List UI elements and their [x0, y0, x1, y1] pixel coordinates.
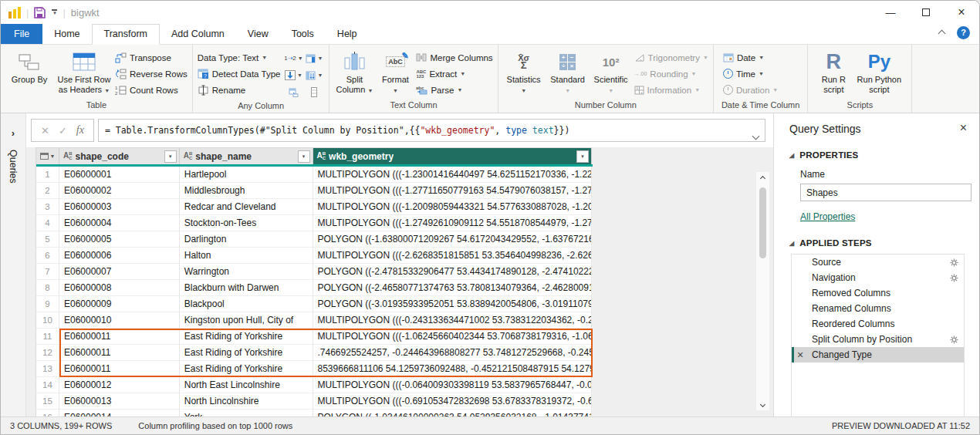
applied-step[interactable]: Split Column by Position [792, 332, 964, 347]
rename-button[interactable]: Rename [198, 83, 281, 97]
filter-dropdown-icon[interactable]: ▼ [164, 150, 177, 163]
table-row[interactable]: 5E06000005DarlingtonPOLYGON ((-1.6380007… [36, 231, 592, 248]
table-cell[interactable]: POLYGON ((-3.01935933952051 53.838942005… [313, 296, 592, 312]
table-cell[interactable]: Darlington [180, 231, 313, 248]
reverse-rows-button[interactable]: Reverse Rows [115, 66, 188, 81]
step-settings-gear-icon[interactable] [950, 274, 958, 282]
collapse-ribbon-icon[interactable] [939, 25, 945, 39]
statistics-button[interactable]: X̄σΣ Statistics▼ [503, 49, 545, 95]
scroll-up-icon[interactable] [756, 172, 769, 184]
parse-button[interactable]: abc Parse▼ [416, 83, 492, 97]
table-cell[interactable]: Hartlepool [180, 167, 313, 183]
expand-formula-icon[interactable] [753, 128, 759, 142]
trigonometry-button[interactable]: Trigonometry▼ [634, 50, 708, 65]
rounding-button[interactable]: →.00 Rounding▼ [634, 66, 708, 81]
table-row[interactable]: 7E06000007WarringtonPOLYGON ((-2.4781533… [36, 264, 592, 280]
table-cell[interactable]: E06000011 [59, 361, 180, 377]
row-number[interactable]: 10 [36, 312, 59, 329]
cancel-formula-icon[interactable]: ✕ [41, 125, 49, 137]
table-cell[interactable]: POLYGON ((-2.46580771374763 53.780813407… [313, 280, 592, 296]
help-icon[interactable]: ? [957, 26, 970, 39]
table-cell[interactable]: MULTIPOLYGON (((-1.20098059443321 54.577… [313, 199, 592, 215]
table-row[interactable]: 2E06000002MiddlesbroughMULTIPOLYGON (((-… [36, 183, 592, 199]
replace-values-button[interactable]: 1⇢2▼ [283, 50, 303, 66]
table-cell[interactable]: Middlesbrough [180, 183, 313, 199]
row-number[interactable]: 6 [36, 248, 59, 264]
table-cell[interactable]: 8539666811106 54.1259736092488, -0.45212… [313, 361, 592, 377]
table-cell[interactable]: E06000007 [59, 264, 180, 280]
table-row[interactable]: 1E06000001HartlepoolMULTIPOLYGON (((-1.2… [36, 167, 592, 183]
table-cell[interactable]: MULTIPOLYGON (((-0.691053472832698 53.67… [313, 393, 592, 410]
use-first-row-as-headers-button[interactable]: Use First Row as Headers ▼ [56, 49, 112, 95]
vertical-scrollbar[interactable] [756, 172, 769, 410]
detect-data-type-button[interactable]: ? Detect Data Type [198, 66, 281, 81]
row-number[interactable]: 3 [36, 199, 59, 215]
table-cell[interactable]: MULTIPOLYGON (((-1.06245660402344 53.706… [313, 329, 592, 345]
count-rows-button[interactable]: 12 Count Rows [115, 83, 188, 97]
commit-formula-icon[interactable]: ✓ [59, 125, 67, 137]
minimize-button[interactable]: — [873, 1, 908, 24]
applied-step[interactable]: Navigation [792, 270, 964, 285]
row-number[interactable]: 9 [36, 296, 59, 312]
all-properties-link[interactable]: All Properties [800, 211, 855, 222]
table-cell[interactable]: North East Lincolnshire [180, 377, 313, 393]
maximize-button[interactable] [908, 1, 944, 24]
query-name-input[interactable] [800, 184, 972, 201]
table-cell[interactable]: E06000001 [59, 167, 180, 183]
table-row[interactable]: 12E06000011East Riding of Yorkshire.7466… [36, 345, 592, 361]
applied-step[interactable]: ×Changed Type [792, 347, 964, 362]
row-number[interactable]: 4 [36, 215, 59, 231]
step-settings-gear-icon[interactable] [950, 258, 958, 267]
table-row[interactable]: 15E06000013North LincolnshireMULTIPOLYGO… [36, 393, 592, 410]
table-cell[interactable]: North Lincolnshire [180, 393, 313, 410]
table-cell[interactable]: E06000006 [59, 248, 180, 264]
column-header-shape-name[interactable]: ABC shape_name ▼ [180, 147, 313, 164]
table-cell[interactable]: York [180, 410, 313, 416]
tab-home[interactable]: Home [42, 24, 91, 44]
table-cell[interactable]: E06000005 [59, 231, 180, 248]
row-number[interactable]: 1 [36, 167, 59, 183]
formula-input[interactable]: = Table.TransformColumnTypes(#"Split Col… [98, 119, 765, 142]
time-button[interactable]: Time▼ [723, 66, 778, 81]
table-row[interactable]: 14E06000012North East LincolnshireMULTIP… [36, 377, 592, 393]
row-number[interactable]: 2 [36, 183, 59, 199]
table-cell[interactable]: POLYGON ((-1.63800071209267 54.617204342… [313, 231, 592, 248]
scroll-down-icon[interactable] [756, 398, 769, 410]
table-row[interactable]: 3E06000003Redcar and ClevelandMULTIPOLYG… [36, 199, 592, 215]
tab-transform[interactable]: Transform [92, 24, 161, 45]
table-cell[interactable]: E06000008 [59, 280, 180, 296]
scientific-button[interactable]: 10² Scientific▼ [591, 49, 631, 95]
table-cell[interactable]: Redcar and Cleveland [180, 199, 313, 215]
information-button[interactable]: 1+ Information▼ [634, 83, 708, 97]
convert-to-list-button[interactable] [304, 84, 324, 100]
row-number[interactable]: 13 [36, 361, 59, 377]
row-number[interactable]: 16 [36, 410, 59, 416]
duration-button[interactable]: Duration▼ [723, 83, 778, 97]
row-number[interactable]: 8 [36, 280, 59, 296]
profiling-status[interactable]: Column profiling based on top 1000 rows [138, 421, 292, 430]
table-cell[interactable]: E06000004 [59, 215, 180, 231]
table-cell[interactable]: East Riding of Yorkshire [180, 361, 313, 377]
table-corner-cell[interactable]: ▼ [36, 147, 59, 164]
table-cell[interactable]: E06000011 [59, 329, 180, 345]
standard-button[interactable]: +−÷× Standard▼ [548, 49, 588, 95]
table-cell[interactable]: E06000013 [59, 393, 180, 410]
split-column-button[interactable]: Split Column ▼ [334, 49, 374, 95]
step-settings-gear-icon[interactable] [950, 336, 958, 344]
table-cell[interactable]: Halton [180, 248, 313, 264]
transpose-button[interactable]: Transpose [115, 50, 188, 65]
table-row[interactable]: 10E06000010Kingston upon Hull, City ofMU… [36, 312, 592, 329]
table-cell[interactable]: E06000003 [59, 199, 180, 215]
move-button[interactable] [283, 84, 303, 100]
table-cell[interactable]: E06000002 [59, 183, 180, 199]
table-cell[interactable]: MULTIPOLYGON (((-1.27711650779163 54.547… [313, 183, 592, 199]
table-cell[interactable]: MULTIPOLYGON (((-1.23001416440497 54.625… [313, 167, 592, 183]
group-by-button[interactable]: Group By [5, 49, 53, 85]
tab-help[interactable]: Help [326, 24, 369, 44]
delete-step-icon[interactable]: × [797, 349, 803, 361]
table-row[interactable]: 13E06000011East Riding of Yorkshire85396… [36, 361, 592, 377]
table-cell[interactable]: E06000010 [59, 312, 180, 329]
table-cell[interactable]: POLYGON ((-1.03446100000363 54.052935603… [313, 410, 592, 416]
expand-queries-icon[interactable]: › [12, 127, 15, 139]
unpivot-columns-button[interactable]: ▼ [304, 67, 324, 83]
